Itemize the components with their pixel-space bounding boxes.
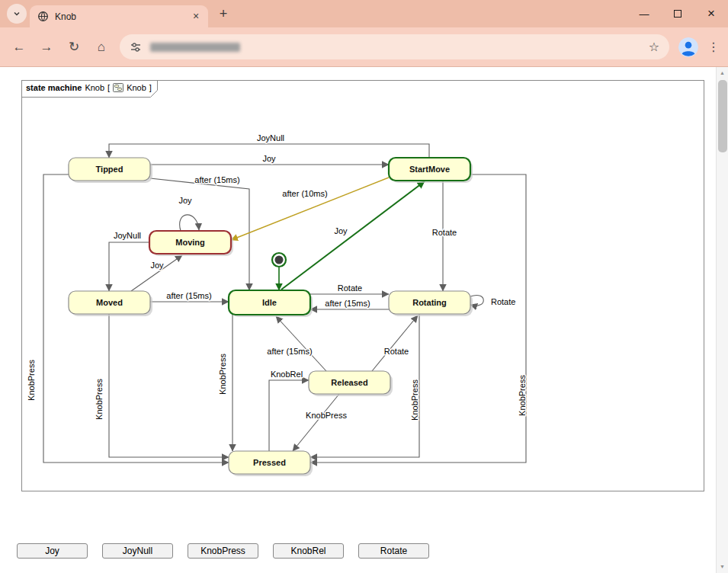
address-bar[interactable]: ☆ bbox=[120, 34, 669, 59]
transition-label: KnobPress bbox=[218, 354, 227, 395]
state-label: Pressed bbox=[253, 458, 286, 467]
bookmark-star-icon[interactable]: ☆ bbox=[649, 40, 659, 54]
frame-keyword: state machine bbox=[26, 83, 82, 92]
transition-label: Joy bbox=[150, 261, 164, 270]
maximize-button[interactable] bbox=[661, 0, 694, 27]
transition-label: after (15ms) bbox=[325, 299, 370, 308]
state-machine-diagram: TippedStartMoveMovingMovedIdleRotatingRe… bbox=[0, 67, 716, 524]
redacted-url-text bbox=[150, 43, 240, 52]
transition-label: KnobPress bbox=[518, 375, 527, 416]
event-button-bar: Joy JoyNull KnobPress KnobRel Rotate bbox=[17, 543, 429, 559]
frame-bracket-close: ] bbox=[149, 83, 152, 92]
site-favicon-icon bbox=[37, 11, 49, 22]
transition-label: Rotate bbox=[384, 347, 409, 356]
tab-close-icon[interactable]: × bbox=[190, 11, 202, 23]
state-label: StartMove bbox=[409, 165, 450, 174]
transition-label: JoyNull bbox=[257, 133, 284, 142]
event-button-joynull[interactable]: JoyNull bbox=[102, 543, 173, 559]
scrollbar-thumb[interactable] bbox=[718, 80, 727, 152]
tab-search-button[interactable] bbox=[7, 4, 27, 24]
profile-avatar[interactable] bbox=[678, 37, 698, 57]
initial-state-dot bbox=[275, 256, 284, 264]
state-label: Idle bbox=[262, 298, 277, 307]
state-label: Tipped bbox=[96, 165, 123, 174]
transition-label: Rotate bbox=[338, 283, 362, 293]
transition-label: Joy bbox=[334, 226, 348, 235]
transition-label: Rotate bbox=[432, 228, 457, 237]
transition-label: KnobPress bbox=[306, 411, 347, 420]
diagram-frame bbox=[22, 81, 704, 491]
browser-tab[interactable]: Knob × bbox=[30, 5, 208, 27]
transition-label: Joy bbox=[262, 154, 276, 163]
page-content: TippedStartMoveMovingMovedIdleRotatingRe… bbox=[0, 67, 728, 573]
forward-button[interactable]: → bbox=[34, 34, 59, 60]
event-button-knobpress[interactable]: KnobPress bbox=[188, 543, 258, 559]
event-button-joy[interactable]: Joy bbox=[17, 543, 88, 559]
frame-bracket-open: [ bbox=[107, 83, 110, 92]
scroll-up-arrow[interactable]: ▲ bbox=[717, 67, 728, 79]
transition-label: KnobPress bbox=[95, 379, 104, 420]
event-button-rotate[interactable]: Rotate bbox=[358, 543, 429, 559]
close-button[interactable]: × bbox=[694, 0, 728, 27]
scrollbar[interactable]: ▲ ▼ bbox=[716, 67, 728, 573]
state-label: Rotating bbox=[412, 298, 447, 307]
transition-label: after (15ms) bbox=[166, 291, 211, 300]
back-button[interactable]: ← bbox=[6, 34, 32, 60]
site-settings-icon[interactable] bbox=[130, 41, 142, 53]
transition-label: Rotate bbox=[491, 297, 515, 306]
transition-label: KnobPress bbox=[410, 379, 419, 421]
scroll-down-arrow[interactable]: ▼ bbox=[717, 561, 728, 573]
new-tab-button[interactable]: + bbox=[213, 3, 234, 24]
transition-label: after (15ms) bbox=[267, 347, 312, 356]
minimize-button[interactable]: — bbox=[627, 0, 661, 27]
window-controls: — × bbox=[627, 0, 728, 27]
state-label: Moved bbox=[96, 298, 123, 307]
tab-strip: Knob × + — × bbox=[0, 0, 728, 27]
state-label: Moving bbox=[175, 238, 205, 247]
refresh-button[interactable]: ↻ bbox=[61, 34, 87, 60]
chevron-down-icon bbox=[12, 9, 21, 18]
transition-label: after (10ms) bbox=[282, 189, 327, 198]
event-button-knobrel[interactable]: KnobRel bbox=[273, 543, 344, 559]
frame-title: state machine Knob [ Knob ] bbox=[26, 83, 152, 92]
browser-toolbar: ← → ↻ ⌂ ☆ ⋮ bbox=[0, 27, 728, 67]
browser-window: Knob × + — × ← → ↻ ⌂ ☆ ⋮ bbox=[0, 0, 728, 573]
menu-kebab-icon[interactable]: ⋮ bbox=[705, 40, 722, 54]
transition-label: KnobRel bbox=[271, 370, 303, 379]
home-button[interactable]: ⌂ bbox=[88, 34, 114, 60]
statechart-icon bbox=[113, 83, 123, 92]
transition-label: after (15ms) bbox=[194, 175, 239, 184]
transition-label: Joy bbox=[178, 196, 192, 205]
tab-title: Knob bbox=[55, 11, 184, 22]
frame-name: Knob bbox=[85, 83, 104, 92]
maximize-icon bbox=[674, 10, 681, 18]
state-label: Released bbox=[331, 378, 367, 387]
frame-ref-name: Knob bbox=[127, 83, 146, 92]
transition-label: JoyNull bbox=[114, 231, 141, 240]
transition-label: KnobPress bbox=[27, 360, 36, 401]
